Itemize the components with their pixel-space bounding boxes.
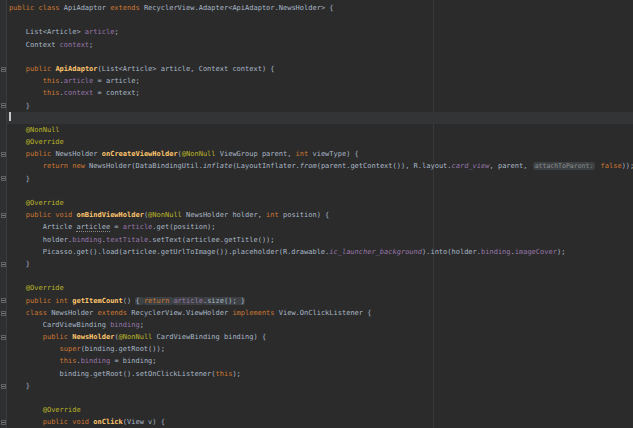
code-line[interactable]: public NewsHolder(@NonNull CardViewBindi… — [0, 331, 633, 343]
code-line[interactable]: holder.binding.textTitale.setText(articl… — [0, 234, 633, 246]
code-token: public int — [26, 297, 72, 305]
fold-marker[interactable] — [1, 384, 6, 389]
code-line[interactable]: @NonNull — [0, 124, 633, 136]
code-token: ApiAdaptor — [55, 65, 97, 73]
code-line[interactable]: @Override — [0, 282, 633, 294]
code-lines[interactable]: public class ApiAdaptor extends Recycler… — [0, 2, 633, 428]
code-line[interactable] — [0, 112, 633, 124]
code-token: } — [9, 102, 30, 110]
code-token — [9, 284, 26, 292]
code-line[interactable]: List<Article> article; — [0, 26, 633, 38]
code-token: articlee — [76, 223, 110, 232]
code-token: return — [144, 297, 174, 305]
code-token: @NonNull — [182, 150, 216, 158]
code-token: public — [26, 65, 56, 73]
code-token: context — [64, 89, 94, 97]
code-line[interactable]: } — [0, 100, 633, 112]
code-line[interactable]: super(binding.getRoot()); — [0, 343, 633, 355]
code-line[interactable]: public class ApiAdaptor extends Recycler… — [0, 2, 633, 14]
editor-gutter[interactable] — [0, 0, 7, 428]
code-token: ).into(holder. — [422, 248, 481, 256]
code-token: article — [85, 28, 115, 36]
fold-marker[interactable] — [1, 420, 6, 425]
code-editor[interactable]: public class ApiAdaptor extends Recycler… — [0, 0, 633, 428]
code-token: @NonNull — [119, 333, 153, 341]
inlay-hint-attach-to-parent[interactable]: attachToParent: — [533, 162, 596, 170]
code-line[interactable]: } — [0, 380, 633, 392]
code-line[interactable]: public int getItemCount() { return artic… — [0, 295, 633, 307]
code-line[interactable]: binding.getRoot().setOnClickListener(thi… — [0, 368, 633, 380]
code-token: binding — [110, 321, 140, 329]
code-token — [9, 345, 60, 353]
code-token: this — [60, 357, 77, 365]
code-token — [9, 357, 60, 365]
fold-marker[interactable] — [1, 335, 6, 340]
code-token — [9, 309, 26, 317]
code-token: extends — [98, 309, 132, 317]
code-token: ApiAdaptor — [64, 4, 110, 12]
code-token: List<Article> — [9, 28, 85, 36]
code-token — [9, 297, 26, 305]
code-line[interactable] — [0, 270, 633, 282]
fold-marker[interactable] — [1, 298, 6, 303]
code-token: @Override — [26, 138, 64, 146]
code-token: article — [123, 223, 153, 231]
fold-marker[interactable] — [1, 311, 6, 316]
code-token: RecyclerView.ViewHolder — [131, 309, 232, 317]
code-line[interactable]: return new NewsHolder(DataBindingUtil.in… — [0, 160, 633, 172]
fold-marker[interactable] — [1, 176, 6, 181]
code-line[interactable]: class NewsHolder extends RecyclerView.Vi… — [0, 307, 633, 319]
code-line[interactable] — [0, 51, 633, 63]
code-line[interactable]: public NewsHolder onCreateViewHolder(@No… — [0, 148, 633, 160]
code-token: super — [60, 345, 81, 353]
code-line[interactable]: @Override — [0, 197, 633, 209]
code-token: (List<Article> article, Context context)… — [98, 65, 275, 73]
fold-marker[interactable] — [1, 213, 6, 218]
code-token: textTitale — [106, 236, 148, 244]
code-token: onClick — [93, 418, 123, 426]
code-line[interactable]: } — [0, 258, 633, 270]
code-token — [9, 162, 43, 170]
code-line[interactable]: } — [0, 173, 633, 185]
code-token: Article — [9, 223, 76, 231]
code-line[interactable]: Article articlee = article.get(position)… — [0, 221, 633, 233]
code-token: implements — [232, 309, 278, 317]
code-token: Picasso.get().load(articlee.getUrlToImag… — [9, 248, 329, 256]
code-token: onBindViewHolder — [76, 211, 143, 219]
code-token — [9, 138, 26, 146]
code-token: Context — [9, 41, 60, 49]
code-line[interactable] — [0, 14, 633, 26]
fold-marker[interactable] — [1, 262, 6, 267]
fold-marker[interactable] — [1, 67, 6, 72]
code-line[interactable]: public ApiAdaptor(List<Article> article,… — [0, 63, 633, 75]
code-line[interactable]: public void onClick(View v) { — [0, 416, 633, 428]
fold-marker[interactable] — [1, 152, 6, 157]
code-token: NewsHolder — [51, 309, 97, 317]
code-line[interactable] — [0, 185, 633, 197]
code-token: NewsHolder — [72, 333, 114, 341]
code-token: public class — [9, 4, 64, 12]
code-line[interactable]: @Override — [0, 404, 633, 416]
code-line[interactable]: this.context = context; — [0, 87, 633, 99]
code-line[interactable]: @Override — [0, 136, 633, 148]
code-token: } — [9, 260, 30, 268]
code-token: extends — [110, 4, 144, 12]
code-token — [9, 89, 43, 97]
code-token: false — [601, 162, 622, 170]
code-line[interactable]: CardViewBinding binding; — [0, 319, 633, 331]
code-token: binding — [72, 236, 102, 244]
code-token: ; — [140, 321, 144, 329]
code-token: article — [64, 77, 94, 85]
code-token: } — [9, 382, 30, 390]
code-line[interactable]: Context context; — [0, 39, 633, 51]
code-token: @NonNull — [148, 211, 182, 219]
code-token: article — [173, 297, 203, 305]
code-line[interactable]: this.binding = binding; — [0, 355, 633, 367]
code-line[interactable]: this.article = article; — [0, 75, 633, 87]
code-token: CardViewBinding — [9, 321, 110, 329]
code-line[interactable] — [0, 392, 633, 404]
code-line[interactable]: public void onBindViewHolder(@NonNull Ne… — [0, 209, 633, 221]
code-line[interactable]: Picasso.get().load(articlee.getUrlToImag… — [0, 246, 633, 258]
fold-marker[interactable] — [1, 103, 6, 108]
code-token: this — [43, 77, 60, 85]
